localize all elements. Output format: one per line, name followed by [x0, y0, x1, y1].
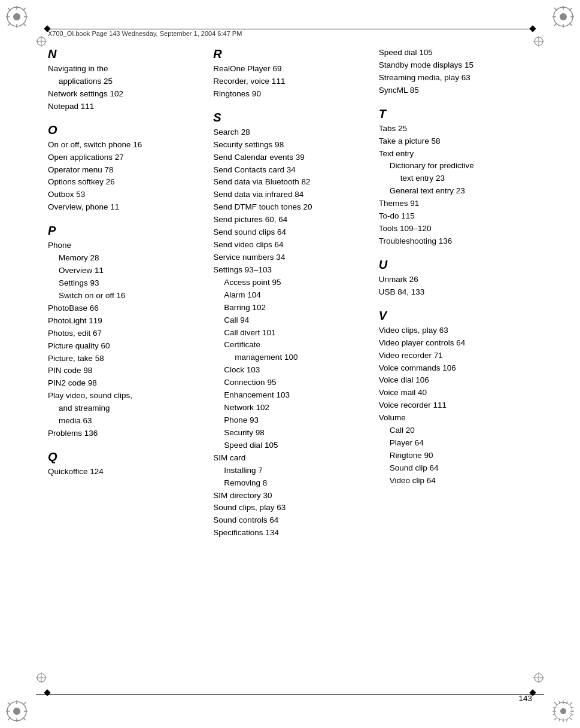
list-item: Picture quality 60 — [48, 340, 207, 353]
list-item: Quickoffice 124 — [48, 466, 207, 478]
list-item: RealOne Player 69 — [213, 63, 372, 75]
footer-diamond-left — [45, 693, 50, 695]
corner-mark-tl — [5, 5, 29, 29]
svg-line-37 — [570, 702, 572, 705]
list-item: Video clip 64 — [379, 475, 538, 487]
main-content: NNavigating in theapplications 25Network… — [48, 47, 544, 680]
svg-line-28 — [23, 702, 26, 705]
list-item: Access point 95 — [213, 277, 372, 289]
list-item: Overview, phone 11 — [48, 201, 207, 214]
list-item: Service numbers 34 — [213, 251, 372, 264]
list-item: Phone — [48, 239, 207, 252]
list-item: SyncML 85 — [379, 84, 538, 97]
list-item: PhotoBase 66 — [48, 302, 207, 315]
list-item: Call divert 101 — [213, 327, 372, 339]
list-item: Volume — [379, 412, 538, 424]
bottom-line — [36, 694, 544, 695]
list-item: Streaming media, play 63 — [379, 72, 538, 84]
section-letter-O: O — [48, 123, 207, 137]
list-item: Send Contacts card 34 — [213, 164, 372, 177]
list-item: Open applications 27 — [48, 151, 207, 164]
list-item: SIM directory 30 — [213, 490, 372, 502]
section-letter-Q: Q — [48, 450, 207, 464]
svg-line-29 — [8, 718, 11, 721]
section-letter-U: U — [379, 257, 538, 272]
list-item: Voice dial 106 — [379, 374, 538, 387]
svg-line-27 — [23, 718, 26, 721]
svg-line-44 — [559, 718, 560, 721]
list-item: Operator menu 78 — [48, 164, 207, 177]
list-item: Photos, edit 67 — [48, 327, 207, 340]
header-diamond-left — [45, 29, 50, 31]
list-item: Connection 95 — [213, 377, 372, 389]
list-item: media 63 — [48, 415, 207, 427]
list-item: Send pictures 60, 64 — [213, 214, 372, 226]
list-item: Barring 102 — [213, 302, 372, 314]
list-item: Ringtones 90 — [213, 88, 372, 101]
list-item: Removing 8 — [213, 477, 372, 490]
section-3-4: VVideo clips, play 63Video player contro… — [379, 308, 538, 487]
list-item: Dictionary for predictive — [379, 160, 538, 172]
list-item: Settings 93–103 — [213, 264, 372, 277]
list-item: Call 20 — [379, 424, 538, 437]
svg-line-36 — [570, 718, 572, 720]
list-item: Sound clip 64 — [379, 462, 538, 475]
section-letter-V: V — [379, 308, 538, 323]
svg-line-18 — [570, 8, 573, 11]
svg-point-47 — [560, 708, 566, 714]
list-item: SIM card — [213, 452, 372, 465]
crosshair-bl — [36, 672, 47, 685]
list-item: Video clips, play 63 — [379, 324, 538, 337]
svg-line-35 — [554, 702, 557, 705]
svg-line-41 — [553, 707, 556, 708]
svg-line-46 — [553, 715, 556, 716]
list-item: text entry 23 — [379, 172, 538, 185]
header-text: X700_OI.book Page 143 Wednesday, Septemb… — [48, 30, 242, 37]
header-line-top — [48, 29, 532, 29]
list-item: Sound clips, play 63 — [213, 502, 372, 514]
list-item: Options softkey 26 — [48, 176, 207, 189]
list-item: Security settings 98 — [213, 139, 372, 151]
list-item: applications 25 — [48, 75, 207, 88]
list-item: Navigating in the — [48, 63, 207, 75]
list-item: Memory 28 — [48, 252, 207, 265]
list-item: PIN code 98 — [48, 365, 207, 377]
list-item: Clock 103 — [213, 364, 372, 377]
list-item: General text entry 23 — [379, 185, 538, 198]
section-1-1: NNavigating in theapplications 25Network… — [48, 47, 207, 113]
column-1: NNavigating in theapplications 25Network… — [48, 47, 213, 680]
svg-line-16 — [554, 8, 557, 11]
list-item: Search 28 — [213, 126, 372, 139]
list-item: Themes 91 — [379, 198, 538, 210]
svg-line-39 — [559, 701, 560, 704]
list-item: Send data via Bluetooth 82 — [213, 176, 372, 189]
list-item: Video recorder 71 — [379, 350, 538, 362]
list-item: Voice recorder 111 — [379, 399, 538, 412]
crosshair-tl — [36, 36, 47, 48]
list-item: Notepad 111 — [48, 101, 207, 113]
svg-line-26 — [8, 702, 11, 705]
list-item: Play video, sound clips, — [48, 390, 207, 402]
list-item: Network settings 102 — [48, 88, 207, 101]
section-3-1: Speed dial 105Standby mode displays 15St… — [379, 47, 538, 97]
list-item: Settings 93 — [48, 277, 207, 290]
corner-mark-tr — [551, 5, 575, 29]
svg-line-8 — [23, 8, 26, 11]
list-item: Picture, take 58 — [48, 353, 207, 365]
list-item: Certificate — [213, 339, 372, 351]
svg-line-6 — [8, 8, 11, 11]
list-item: Send Calendar events 39 — [213, 151, 372, 164]
svg-line-43 — [567, 701, 568, 704]
list-item: On or off, switch phone 16 — [48, 139, 207, 151]
svg-line-40 — [567, 718, 568, 721]
list-item: Player 64 — [379, 437, 538, 450]
list-item: Troubleshooting 136 — [379, 235, 538, 248]
section-2-1: RRealOne Player 69Recorder, voice 111Rin… — [213, 47, 372, 101]
list-item: Enhancement 103 — [213, 389, 372, 402]
list-item: To-do 115 — [379, 210, 538, 223]
svg-point-21 — [13, 708, 20, 715]
section-3-2: TTabs 25Take a picture 58Text entryDicti… — [379, 107, 538, 248]
list-item: Send sound clips 64 — [213, 226, 372, 239]
list-item: PhotoLight 119 — [48, 315, 207, 327]
list-item: Alarm 104 — [213, 289, 372, 302]
